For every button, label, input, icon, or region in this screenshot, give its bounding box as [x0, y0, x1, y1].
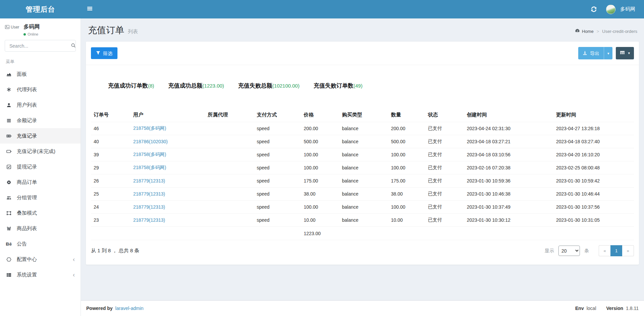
navbar-username: 多码网: [620, 6, 635, 12]
sidebar-item-wpforms[interactable]: 商品列表: [0, 221, 81, 236]
totals-row: 1223.00: [91, 227, 634, 240]
pagination-summary: 从 1 到 8 ， 总共 8 条: [91, 248, 139, 254]
box-header: 筛选 导出 ▾ ▾: [86, 42, 639, 65]
env-label: Env: [575, 306, 584, 311]
sidebar-menu: 面板 代理列表 用户列表 余额记录 充值记录 充值记录(未完成) 提现记录 商品…: [0, 66, 81, 282]
online-dot-icon: [23, 33, 26, 36]
sidebar-search: [5, 40, 76, 52]
table-row: 25218779(12313)speed38.00balance38.00已支付…: [91, 188, 634, 201]
export-button[interactable]: 导出: [578, 47, 604, 59]
filter-funnel-icon: [96, 51, 100, 56]
app-logo[interactable]: 管理后台: [0, 0, 81, 18]
sidebar-item-hexagon[interactable]: 配置中心 ‹: [0, 252, 81, 267]
sidebar-user-panel: User 多码网 Online: [0, 18, 81, 37]
price-total: 1223.00: [301, 227, 339, 240]
pager: « 1 »: [599, 245, 634, 256]
sidebar-item-user[interactable]: 用户列表: [0, 97, 81, 113]
per-page-select[interactable]: 20: [558, 246, 580, 256]
sidebar-item-th-list[interactable]: 系统设置 ‹: [0, 267, 81, 282]
menu-header: 菜单: [0, 53, 81, 66]
laravel-admin-link[interactable]: laravel-admin: [115, 306, 144, 311]
sidebar-item-battery-empty[interactable]: 充值记录(未完成): [0, 144, 81, 159]
breadcrumb-separator: >: [597, 29, 599, 34]
page-subtitle: 列表: [128, 29, 138, 35]
sidebar-item-chart-area[interactable]: 面板: [0, 66, 81, 82]
column-selector-button[interactable]: ▾: [616, 47, 634, 59]
table-row: 26218779(12313)speed175.00balance175.00已…: [91, 174, 634, 188]
asterisk-icon: [6, 87, 12, 92]
chevron-left-icon: ‹: [73, 272, 75, 278]
unit-label: 条: [584, 248, 589, 254]
user-menu[interactable]: 多码网: [606, 5, 635, 14]
stat-item: 充值成功总额(1223.00): [168, 82, 224, 90]
orders-table-wrap: 订单号用户所属代理支付方式价格购买类型数量状态创建时间更新时间 46218758…: [86, 108, 639, 240]
stat-label: 充值成功总额: [168, 82, 202, 90]
stats-row: 充值成功订单数(8) 充值成功总额(1223.00) 充值失败总额(102100…: [86, 65, 639, 108]
grid-box: 筛选 导出 ▾ ▾ 充值成功订单数(8) 充值成功总额(1223.00): [86, 41, 639, 265]
column-header: 更新时间: [553, 108, 634, 122]
dashboard-icon: [575, 28, 580, 34]
refresh-icon[interactable]: [591, 6, 597, 12]
sidebar-item-cog[interactable]: 商品订单: [0, 174, 81, 190]
table-row: 46218758(多码网)speed200.00balance200.00已支付…: [91, 122, 634, 135]
caret-down-icon: ▾: [607, 51, 609, 55]
column-header: 所属代理: [205, 108, 254, 122]
table-row: 40218786(102030)speed500.00balance500.00…: [91, 135, 634, 148]
export-split-button: 导出 ▾: [578, 47, 613, 59]
search-icon: [71, 43, 76, 49]
sidebar-username: 多码网: [23, 23, 40, 31]
search-input[interactable]: [9, 43, 71, 49]
column-header: 状态: [425, 108, 464, 122]
user-link[interactable]: 218786(102030): [133, 139, 168, 144]
stat-item: 充值失败订单数(49): [313, 82, 362, 90]
top-navbar: 管理后台 多码网: [0, 0, 644, 18]
user-link[interactable]: 218779(12313): [133, 204, 165, 210]
column-header: 数量: [388, 108, 425, 122]
th-list-icon: [6, 272, 12, 277]
breadcrumb-current: User-credit-orders: [602, 29, 637, 34]
show-label: 显示: [545, 248, 554, 254]
export-dropdown-toggle[interactable]: ▾: [604, 47, 613, 59]
broken-avatar-image: User: [5, 24, 19, 30]
table-header-row: 订单号用户所属代理支付方式价格购买类型数量状态创建时间更新时间: [91, 108, 634, 122]
stat-item: 充值失败总额(102100.00): [238, 82, 300, 90]
next-page-button[interactable]: »: [622, 245, 634, 256]
table-row: 39218758(多码网)speed100.00balance100.00已支付…: [91, 148, 634, 161]
sidebar-item-users[interactable]: 分组管理: [0, 190, 81, 205]
filter-button[interactable]: 筛选: [91, 47, 117, 59]
table-footer: 从 1 到 8 ， 总共 8 条 显示 20 条 « 1 »: [86, 240, 639, 265]
battery-empty-icon: [6, 149, 12, 154]
prev-page-button[interactable]: «: [599, 245, 610, 256]
stat-label: 充值失败总额: [238, 82, 273, 90]
search-submit-button[interactable]: [71, 43, 76, 49]
user-link[interactable]: 218758(多码网): [133, 165, 166, 170]
sidebar-toggle-button[interactable]: [81, 0, 98, 18]
user-link[interactable]: 218779(12313): [133, 191, 165, 197]
orders-table: 订单号用户所属代理支付方式价格购买类型数量状态创建时间更新时间 46218758…: [91, 108, 634, 240]
users-icon: [6, 195, 12, 200]
page-1-button[interactable]: 1: [610, 245, 622, 256]
user-link[interactable]: 218779(12313): [133, 217, 165, 223]
sidebar-item-check-square[interactable]: 提现记录: [0, 159, 81, 174]
user-link[interactable]: 218779(12313): [133, 178, 165, 183]
env-value: local: [587, 306, 596, 311]
user-link[interactable]: 218758(多码网): [133, 152, 166, 157]
sidebar-item-battery-full[interactable]: 充值记录: [0, 128, 81, 144]
hamburger-icon: [87, 6, 93, 13]
stat-item: 充值成功订单数(8): [108, 82, 154, 90]
sidebar-item-behance[interactable]: Bē 公告: [0, 236, 81, 252]
user-status[interactable]: Online: [23, 32, 40, 36]
object-group-icon: [6, 211, 12, 216]
table-body: 46218758(多码网)speed200.00balance200.00已支付…: [91, 122, 634, 240]
stat-value: (1223.00): [202, 83, 224, 89]
sidebar-item-asterisk[interactable]: 代理列表: [0, 82, 81, 97]
user-link[interactable]: 218758(多码网): [133, 125, 166, 131]
main-footer: Powered by laravel-admin Envlocal Versio…: [81, 300, 644, 316]
check-square-icon: [6, 164, 12, 169]
breadcrumb-home-link[interactable]: Home: [575, 28, 594, 34]
table-grid-icon: [620, 50, 625, 56]
sidebar-item-object-group[interactable]: 叠加模式: [0, 205, 81, 221]
column-header: 订单号: [91, 108, 131, 122]
content-spacer: [81, 265, 644, 300]
sidebar-item-bars[interactable]: 余额记录: [0, 113, 81, 128]
